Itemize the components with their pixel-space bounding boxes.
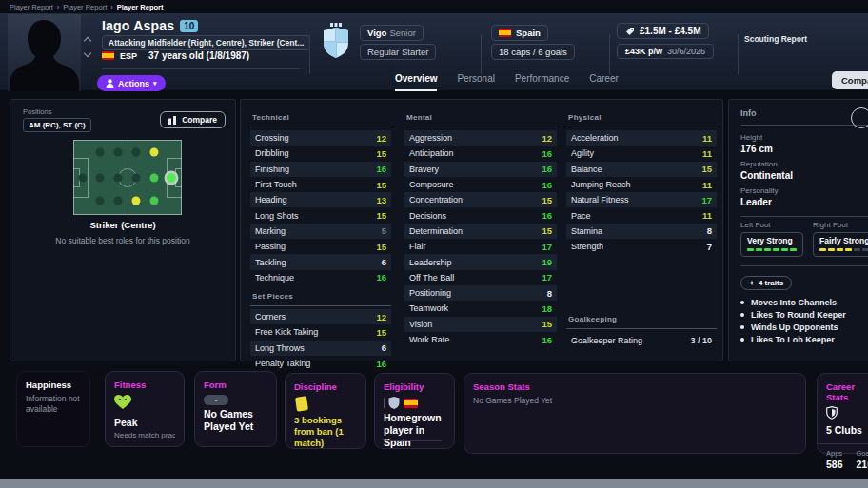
attribute-row[interactable]: Tackling 6 <box>250 254 391 269</box>
attribute-row[interactable]: Determination 15 <box>404 224 557 239</box>
breadcrumb-separator-icon: › <box>57 3 60 11</box>
attribute-row[interactable]: Heading 13 <box>250 192 391 207</box>
tab-career[interactable]: Career <box>589 73 619 91</box>
tab-personal[interactable]: Personal <box>457 73 494 91</box>
attribute-row[interactable]: First Touch 15 <box>250 177 391 192</box>
attribute-row[interactable]: Bravery 16 <box>404 162 557 177</box>
player-cycler <box>85 38 90 56</box>
breadcrumb-item[interactable]: Player Report <box>10 3 53 11</box>
attribute-row[interactable]: Long Throws 6 <box>250 341 391 356</box>
caps-goals-box: 18 caps / 6 goals <box>491 44 575 60</box>
info-circle-button[interactable] <box>851 107 868 128</box>
attribute-row[interactable]: Corners 12 <box>250 309 391 324</box>
next-player-chevron-icon[interactable] <box>84 49 91 57</box>
foot-strength-segment <box>747 248 754 251</box>
tab-performance[interactable]: Performance <box>515 73 569 91</box>
header-section-divider <box>309 34 310 74</box>
info-title: Info <box>740 108 868 126</box>
breadcrumb-item[interactable]: Player Report <box>117 3 164 11</box>
attribute-row[interactable]: Aggression 12 <box>404 130 557 146</box>
trait-item: Moves Into Channels <box>740 296 868 308</box>
set-pieces-header: Set Pieces <box>250 290 391 306</box>
attribute-row[interactable]: Stamina 8 <box>566 224 717 239</box>
career-stats-widget[interactable]: Career Stats 5 Clubs Apps 586 Goals 210 <box>817 373 868 454</box>
player-report-screen: Player Report › Player Report › Player R… <box>0 0 868 488</box>
attribute-row[interactable]: Dribbling 15 <box>250 146 391 161</box>
attribute-row[interactable]: Flair 17 <box>404 239 557 254</box>
foot-strength-segment <box>764 248 771 251</box>
compare-button[interactable]: Compare <box>160 111 226 128</box>
form-widget[interactable]: Form - No Games Played Yet <box>194 371 277 447</box>
previous-player-chevron-icon[interactable] <box>84 37 91 45</box>
bullet-icon <box>740 325 744 329</box>
spain-flag-icon <box>404 399 418 408</box>
player-photo <box>8 14 81 91</box>
career-apps: Apps 586 <box>826 449 843 470</box>
selected-position-label: Striker (Centre) <box>10 220 235 230</box>
club-name-box[interactable]: VigoSenior <box>360 25 424 41</box>
attribute-row[interactable]: Concentration 15 <box>404 192 557 207</box>
breadcrumb-item[interactable]: Player Report <box>63 3 107 11</box>
foot-strength-segment <box>837 248 843 251</box>
attribute-row[interactable]: Composure 16 <box>404 177 557 192</box>
height-value: 176 cm <box>740 144 868 154</box>
tab-overview[interactable]: Overview <box>395 73 437 91</box>
foot-strength-segment <box>756 248 762 251</box>
attribute-row[interactable]: Anticipation 16 <box>404 146 557 161</box>
nationality-code: ESP <box>120 51 137 61</box>
best-roles-note: No suitable best roles for this position <box>10 236 235 245</box>
bullet-icon <box>740 313 744 317</box>
attribute-row[interactable]: Balance 15 <box>566 162 717 177</box>
squad-status-box: Regular Starter <box>360 44 436 60</box>
foot-strength-segment <box>845 248 852 251</box>
attribute-row[interactable]: Strength 7 <box>566 239 717 254</box>
season-stats-widget[interactable]: Season Stats No Games Played Yet <box>464 373 806 454</box>
right-foot-box: Fairly Strong <box>813 232 868 257</box>
attribute-row[interactable]: Pace 11 <box>566 207 717 223</box>
form-rating-pill: - <box>204 395 228 405</box>
header-divider <box>102 68 300 69</box>
discipline-widget[interactable]: Discipline 3 bookings from ban (1 match) <box>285 373 366 449</box>
traits-badge[interactable]: ✦ 4 traits <box>740 276 792 290</box>
personality-label: Personality <box>740 186 868 195</box>
attribute-row[interactable]: Work Rate 16 <box>404 332 557 347</box>
height-label: Height <box>740 133 868 142</box>
actions-button[interactable]: Actions ▾ <box>97 75 166 91</box>
attribute-row[interactable]: Technique 16 <box>250 270 391 285</box>
attribute-row[interactable]: Teamwork 18 <box>404 301 557 316</box>
personality-value: Leader <box>740 197 868 207</box>
reputation-label: Reputation <box>740 160 868 168</box>
eligibility-widget[interactable]: Eligibility Homegrown player in Spain <box>374 373 455 449</box>
compare-button-top[interactable]: Compare <box>832 71 868 89</box>
attribute-row[interactable]: Agility 11 <box>566 146 717 161</box>
trait-item: Likes To Lob Keeper <box>740 333 868 345</box>
nation-box[interactable]: Spain <box>491 25 548 41</box>
attribute-row[interactable]: Positioning 8 <box>404 285 557 301</box>
club-crest-icon[interactable] <box>322 23 350 63</box>
position-dot-accomplished <box>149 173 158 182</box>
attribute-row[interactable]: Marking 5 <box>250 224 391 239</box>
happiness-widget[interactable]: Happiness Information not available <box>16 371 90 447</box>
attribute-row[interactable]: Decisions 16 <box>404 207 557 223</box>
attribute-row[interactable]: Penalty Taking 16 <box>250 356 391 371</box>
attribute-row[interactable]: Off The Ball 17 <box>404 270 557 285</box>
header-section-divider <box>738 34 739 74</box>
attribute-row[interactable]: Free Kick Taking 15 <box>250 324 391 340</box>
attribute-row[interactable]: Crossing 12 <box>250 130 391 146</box>
attribute-row[interactable]: Acceleration 11 <box>566 130 717 146</box>
attribute-row[interactable]: Leadership 19 <box>404 254 557 269</box>
attribute-row[interactable]: Passing 15 <box>250 239 391 254</box>
attribute-row[interactable]: Jumping Reach 11 <box>566 177 717 192</box>
player-name: Iago Aspas <box>102 18 174 33</box>
foot-strength-segment <box>854 248 860 251</box>
transfer-value-box: £1.5M - £4.5M <box>617 23 709 39</box>
attribute-row[interactable]: Finishing 16 <box>250 162 391 177</box>
attribute-row[interactable]: Natural Fitness 17 <box>566 192 717 207</box>
attribute-row[interactable]: Long Shots 15 <box>250 207 391 223</box>
technical-header: Technical <box>250 111 391 127</box>
attribute-row[interactable]: Vision 15 <box>404 317 557 332</box>
goalkeeper-rating-row[interactable]: Goalkeeper Rating 3 / 10 <box>566 332 717 349</box>
position-dot-accomplished <box>149 197 158 205</box>
divider <box>818 443 868 444</box>
fitness-widget[interactable]: Fitness Peak Needs match pract... <box>105 371 185 447</box>
